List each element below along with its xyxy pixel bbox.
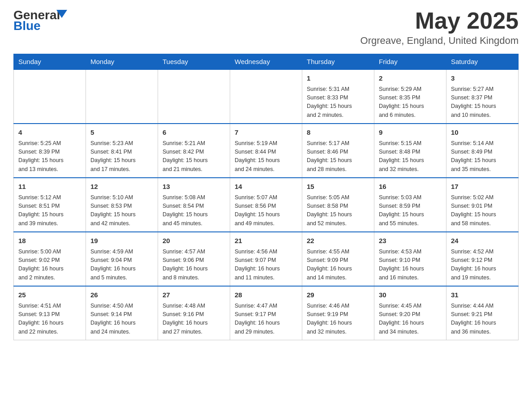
calendar-cell: 28Sunrise: 4:47 AM Sunset: 9:17 PM Dayli… <box>230 286 302 340</box>
day-number: 2 <box>379 73 442 84</box>
day-number: 30 <box>379 290 442 300</box>
calendar-cell: 14Sunrise: 5:07 AM Sunset: 8:56 PM Dayli… <box>230 178 302 232</box>
calendar-week-row: 4Sunrise: 5:25 AM Sunset: 8:39 PM Daylig… <box>14 124 519 178</box>
calendar-header-monday: Monday <box>86 54 158 70</box>
calendar-cell: 4Sunrise: 5:25 AM Sunset: 8:39 PM Daylig… <box>14 124 86 178</box>
calendar-cell: 29Sunrise: 4:46 AM Sunset: 9:19 PM Dayli… <box>302 286 374 340</box>
calendar-cell <box>14 69 86 124</box>
calendar-cell: 16Sunrise: 5:03 AM Sunset: 8:59 PM Dayli… <box>374 178 446 232</box>
day-number: 24 <box>451 236 514 246</box>
day-number: 16 <box>379 182 442 192</box>
calendar-cell: 5Sunrise: 5:23 AM Sunset: 8:41 PM Daylig… <box>86 124 158 178</box>
day-number: 12 <box>90 182 153 192</box>
logo-triangle-icon <box>56 10 67 18</box>
day-info: Sunrise: 5:00 AM Sunset: 9:02 PM Dayligh… <box>18 248 81 283</box>
day-info: Sunrise: 4:59 AM Sunset: 9:04 PM Dayligh… <box>90 248 153 283</box>
calendar-header-friday: Friday <box>374 54 446 70</box>
day-number: 13 <box>163 182 225 192</box>
calendar-week-row: 18Sunrise: 5:00 AM Sunset: 9:02 PM Dayli… <box>14 232 519 286</box>
calendar-cell <box>86 69 158 124</box>
day-info: Sunrise: 5:25 AM Sunset: 8:39 PM Dayligh… <box>18 139 81 174</box>
day-info: Sunrise: 4:46 AM Sunset: 9:19 PM Dayligh… <box>307 302 369 337</box>
calendar-header-wednesday: Wednesday <box>230 54 302 70</box>
day-info: Sunrise: 4:51 AM Sunset: 9:13 PM Dayligh… <box>18 302 81 337</box>
calendar-cell: 7Sunrise: 5:19 AM Sunset: 8:44 PM Daylig… <box>230 124 302 178</box>
day-info: Sunrise: 4:56 AM Sunset: 9:07 PM Dayligh… <box>235 248 297 283</box>
calendar-header-saturday: Saturday <box>446 54 519 70</box>
day-info: Sunrise: 4:53 AM Sunset: 9:10 PM Dayligh… <box>379 248 442 283</box>
calendar-cell: 2Sunrise: 5:29 AM Sunset: 8:35 PM Daylig… <box>374 69 446 124</box>
title-block: May 2025 Orgreave, England, United Kingd… <box>360 9 519 47</box>
day-info: Sunrise: 5:27 AM Sunset: 8:37 PM Dayligh… <box>451 85 514 120</box>
day-number: 18 <box>18 236 81 246</box>
day-info: Sunrise: 5:23 AM Sunset: 8:41 PM Dayligh… <box>90 139 153 174</box>
calendar-header-sunday: Sunday <box>14 54 86 70</box>
day-info: Sunrise: 5:29 AM Sunset: 8:35 PM Dayligh… <box>379 85 442 120</box>
calendar-cell: 3Sunrise: 5:27 AM Sunset: 8:37 PM Daylig… <box>446 69 519 124</box>
day-number: 11 <box>18 182 81 192</box>
day-info: Sunrise: 5:15 AM Sunset: 8:48 PM Dayligh… <box>379 139 442 174</box>
day-info: Sunrise: 5:07 AM Sunset: 8:56 PM Dayligh… <box>235 193 297 228</box>
day-number: 7 <box>235 128 297 138</box>
calendar-cell: 13Sunrise: 5:08 AM Sunset: 8:54 PM Dayli… <box>158 178 230 232</box>
day-number: 31 <box>451 290 514 300</box>
calendar-cell: 15Sunrise: 5:05 AM Sunset: 8:58 PM Dayli… <box>302 178 374 232</box>
day-info: Sunrise: 4:57 AM Sunset: 9:06 PM Dayligh… <box>163 248 225 283</box>
calendar-header-thursday: Thursday <box>302 54 374 70</box>
day-number: 20 <box>163 236 225 246</box>
calendar-cell: 1Sunrise: 5:31 AM Sunset: 8:33 PM Daylig… <box>302 69 374 124</box>
calendar-cell: 23Sunrise: 4:53 AM Sunset: 9:10 PM Dayli… <box>374 232 446 286</box>
day-info: Sunrise: 5:14 AM Sunset: 8:49 PM Dayligh… <box>451 139 514 174</box>
day-info: Sunrise: 4:52 AM Sunset: 9:12 PM Dayligh… <box>451 248 514 283</box>
day-number: 4 <box>18 128 81 138</box>
calendar-cell: 9Sunrise: 5:15 AM Sunset: 8:48 PM Daylig… <box>374 124 446 178</box>
month-title: May 2025 <box>360 9 519 32</box>
day-info: Sunrise: 5:17 AM Sunset: 8:46 PM Dayligh… <box>307 139 369 174</box>
day-info: Sunrise: 4:44 AM Sunset: 9:21 PM Dayligh… <box>451 302 514 337</box>
calendar-cell: 31Sunrise: 4:44 AM Sunset: 9:21 PM Dayli… <box>446 286 519 340</box>
calendar-week-row: 1Sunrise: 5:31 AM Sunset: 8:33 PM Daylig… <box>14 69 519 124</box>
day-info: Sunrise: 5:21 AM Sunset: 8:42 PM Dayligh… <box>163 139 225 174</box>
day-number: 6 <box>163 128 225 138</box>
day-number: 14 <box>235 182 297 192</box>
day-info: Sunrise: 5:10 AM Sunset: 8:53 PM Dayligh… <box>90 193 153 228</box>
calendar-cell: 27Sunrise: 4:48 AM Sunset: 9:16 PM Dayli… <box>158 286 230 340</box>
day-info: Sunrise: 5:08 AM Sunset: 8:54 PM Dayligh… <box>163 193 225 228</box>
day-info: Sunrise: 4:48 AM Sunset: 9:16 PM Dayligh… <box>163 302 225 337</box>
calendar-week-row: 11Sunrise: 5:12 AM Sunset: 8:51 PM Dayli… <box>14 178 519 232</box>
calendar-cell: 25Sunrise: 4:51 AM Sunset: 9:13 PM Dayli… <box>14 286 86 340</box>
day-number: 8 <box>307 128 369 138</box>
day-info: Sunrise: 5:05 AM Sunset: 8:58 PM Dayligh… <box>307 193 369 228</box>
day-number: 22 <box>307 236 369 246</box>
calendar-cell: 20Sunrise: 4:57 AM Sunset: 9:06 PM Dayli… <box>158 232 230 286</box>
calendar-cell: 24Sunrise: 4:52 AM Sunset: 9:12 PM Dayli… <box>446 232 519 286</box>
calendar-header-tuesday: Tuesday <box>158 54 230 70</box>
calendar-cell <box>230 69 302 124</box>
calendar-week-row: 25Sunrise: 4:51 AM Sunset: 9:13 PM Dayli… <box>14 286 519 340</box>
calendar-cell: 21Sunrise: 4:56 AM Sunset: 9:07 PM Dayli… <box>230 232 302 286</box>
day-number: 21 <box>235 236 297 246</box>
day-number: 27 <box>163 290 225 300</box>
calendar-cell: 8Sunrise: 5:17 AM Sunset: 8:46 PM Daylig… <box>302 124 374 178</box>
day-number: 23 <box>379 236 442 246</box>
calendar-cell: 6Sunrise: 5:21 AM Sunset: 8:42 PM Daylig… <box>158 124 230 178</box>
calendar-table: SundayMondayTuesdayWednesdayThursdayFrid… <box>13 54 519 340</box>
day-number: 26 <box>90 290 153 300</box>
calendar-header-row: SundayMondayTuesdayWednesdayThursdayFrid… <box>14 54 519 70</box>
day-info: Sunrise: 5:12 AM Sunset: 8:51 PM Dayligh… <box>18 193 81 228</box>
page-header: General Blue May 2025 Orgreave, England,… <box>13 9 519 47</box>
calendar-cell: 12Sunrise: 5:10 AM Sunset: 8:53 PM Dayli… <box>86 178 158 232</box>
day-info: Sunrise: 4:55 AM Sunset: 9:09 PM Dayligh… <box>307 248 369 283</box>
day-number: 19 <box>90 236 153 246</box>
day-number: 15 <box>307 182 369 192</box>
day-number: 5 <box>90 128 153 138</box>
calendar-cell: 17Sunrise: 5:02 AM Sunset: 9:01 PM Dayli… <box>446 178 519 232</box>
day-number: 29 <box>307 290 369 300</box>
location-subtitle: Orgreave, England, United Kingdom <box>360 35 519 47</box>
day-number: 1 <box>307 73 369 84</box>
day-info: Sunrise: 4:47 AM Sunset: 9:17 PM Dayligh… <box>235 302 297 337</box>
day-number: 9 <box>379 128 442 138</box>
day-number: 28 <box>235 290 297 300</box>
day-info: Sunrise: 5:19 AM Sunset: 8:44 PM Dayligh… <box>235 139 297 174</box>
day-number: 10 <box>451 128 514 138</box>
